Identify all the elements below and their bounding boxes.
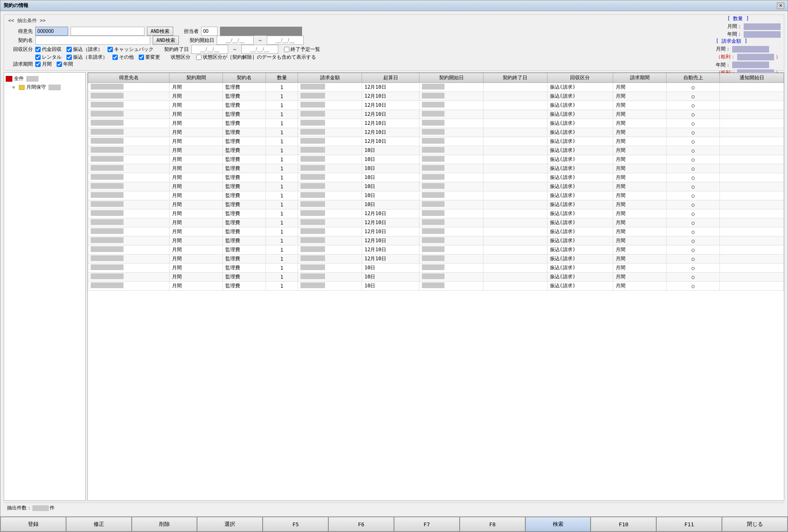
cell-auto: ○ <box>667 227 720 236</box>
cell-startday: 12月10日 <box>362 101 419 110</box>
table-row[interactable]: 月間監理費112月10日振込(請求)月間○ <box>88 83 784 92</box>
status-unit: 件 <box>50 504 55 511</box>
table-row[interactable]: 月間監理費110日振込(請求)月間○ <box>88 146 784 155</box>
table-row[interactable]: 月間監理費112月10日振込(請求)月間○ <box>88 101 784 110</box>
table-row[interactable]: 月間監理費110日振込(請求)月間○ <box>88 191 784 200</box>
cell-collection: 振込(請求) <box>547 273 613 282</box>
btn-select[interactable]: 選択 <box>197 517 263 532</box>
table-row[interactable]: 月間監理費110日振込(請求)月間○ <box>88 264 784 273</box>
keiyaku-input[interactable] <box>35 36 150 45</box>
btn-f11[interactable]: F11 <box>656 517 722 532</box>
cb-shuuryou[interactable]: 終了予定一覧 <box>284 46 320 53</box>
keiyaku-end-from[interactable] <box>191 45 228 54</box>
btn-register[interactable]: 登録 <box>0 517 66 532</box>
cell-contract-end <box>483 236 547 245</box>
tsukikan-row: 月間： <box>727 23 781 30</box>
table-row[interactable]: 月間監理費112月10日振込(請求)月間○ <box>88 119 784 128</box>
table-row[interactable]: 月間監理費112月10日振込(請求)月間○ <box>88 110 784 119</box>
seikyu-period-row: 請求期間 月間 年間 <box>8 61 780 68</box>
cb-joutai[interactable]: 状態区分が［契約解除］のデータも含めて表示する <box>196 54 316 61</box>
tanto-code-input[interactable] <box>201 27 218 36</box>
cell-period: 月間 <box>170 146 223 155</box>
table-row[interactable]: 月間監理費112月10日振込(請求)月間○ <box>88 209 784 218</box>
cell-collection: 振込(請求) <box>547 92 613 101</box>
keiyaku-start-to[interactable] <box>267 36 304 45</box>
cell-contract-name: 監理費 <box>223 218 266 227</box>
table-row[interactable]: 月間監理費110日振込(請求)月間○ <box>88 173 784 182</box>
tokuisaki-and-search-button[interactable]: AND検索 <box>147 27 173 36</box>
table-row[interactable]: 月間監理費110日振込(請求)月間○ <box>88 282 784 291</box>
tokuisaki-name-input[interactable] <box>71 27 144 36</box>
cell-billing: 月間 <box>613 146 667 155</box>
cb-dakin[interactable]: 代金回収 <box>35 46 62 53</box>
cb-cashback[interactable]: キャッシュバック <box>108 46 153 53</box>
cell-startday: 10日 <box>362 200 419 209</box>
btn-edit[interactable]: 修正 <box>66 517 132 532</box>
cell-contract-end <box>483 245 547 255</box>
cb-tsuki[interactable]: 月間 <box>35 61 52 68</box>
table-row[interactable]: 月間監理費112月10日振込(請求)月間○ <box>88 218 784 227</box>
cell-period: 月間 <box>170 110 223 119</box>
btn-f7[interactable]: F7 <box>394 517 460 532</box>
cell-period: 月間 <box>170 209 223 218</box>
btn-f5[interactable]: F5 <box>263 517 328 532</box>
cb-sonota[interactable]: その他 <box>112 54 134 61</box>
table-row[interactable]: 月間監理費110日振込(請求)月間○ <box>88 182 784 191</box>
cb-nen[interactable]: 年間 <box>57 61 73 68</box>
keiyaku-start-from[interactable] <box>217 36 254 45</box>
table-row[interactable]: 月間監理費112月10日振込(請求)月間○ <box>88 128 784 137</box>
cell-period: 月間 <box>170 191 223 200</box>
btn-close[interactable]: 閉じる <box>722 517 788 532</box>
cell-startday: 12月10日 <box>362 245 419 255</box>
cb-furikomi-req[interactable]: 振込（請求） <box>66 46 103 53</box>
table-scroll[interactable]: 得意先名 契約期間 契約名 数量 請求金額 起算日 契約開始日 契約終了日 回収… <box>88 73 784 500</box>
tree-month-item[interactable]: ⊕ 月間保守 <box>6 83 84 92</box>
tokuisaki-input[interactable] <box>35 27 68 36</box>
cell-period: 月間 <box>170 227 223 236</box>
cb-youhenko[interactable]: 要変更 <box>139 54 160 61</box>
table-row[interactable]: 月間監理費110日振込(請求)月間○ <box>88 273 784 282</box>
cell-contract-end <box>483 282 547 291</box>
cell-startday: 10日 <box>362 282 419 291</box>
tree-all-item[interactable]: 全件 <box>6 74 84 83</box>
seikyu-period-label: 請求期間 <box>8 61 33 68</box>
cell-contract-end <box>483 137 547 146</box>
cell-billing: 月間 <box>613 227 667 236</box>
table-row[interactable]: 月間監理費110日振込(請求)月間○ <box>88 200 784 209</box>
table-row[interactable]: 月間監理費112月10日振込(請求)月間○ <box>88 255 784 264</box>
cell-contract-end <box>483 209 547 218</box>
cell-amount <box>298 191 362 200</box>
sousou-label: （粗利： <box>716 53 735 61</box>
table-row[interactable]: 月間監理費110日振込(請求)月間○ <box>88 155 784 164</box>
cell-collection: 振込(請求) <box>547 128 613 137</box>
cell-auto: ○ <box>667 282 720 291</box>
table-row[interactable]: 月間監理費110日振込(請求)月間○ <box>88 164 784 173</box>
btn-f10[interactable]: F10 <box>591 517 656 532</box>
table-row[interactable]: 月間監理費112月10日振込(請求)月間○ <box>88 137 784 146</box>
table-row[interactable]: 月間監理費112月10日振込(請求)月間○ <box>88 92 784 101</box>
cell-auto: ○ <box>667 110 720 119</box>
th-period: 契約期間 <box>170 73 223 83</box>
cell-contract-name: 監理費 <box>223 264 266 273</box>
keiyaku-end-to[interactable] <box>241 45 278 54</box>
btn-f8[interactable]: F8 <box>460 517 525 532</box>
table-row[interactable]: 月間監理費112月10日振込(請求)月間○ <box>88 227 784 236</box>
cb-furikomi-nonreq[interactable]: 振込（非請求） <box>66 54 108 61</box>
cell-notify <box>720 209 784 218</box>
cell-qty: 1 <box>266 110 298 119</box>
table-row[interactable]: 月間監理費112月10日振込(請求)月間○ <box>88 245 784 255</box>
cell-auto: ○ <box>667 273 720 282</box>
table-row[interactable]: 月間監理費112月10日振込(請求)月間○ <box>88 236 784 245</box>
close-button[interactable]: ✕ <box>777 2 784 9</box>
btn-f6[interactable]: F6 <box>328 517 394 532</box>
btn-delete[interactable]: 削除 <box>132 517 197 532</box>
btn-search[interactable]: 検索 <box>525 517 591 532</box>
cell-period: 月間 <box>170 282 223 291</box>
seikyu-tsuki-value <box>732 46 769 53</box>
cell-amount <box>298 173 362 182</box>
cb-rental[interactable]: レンタル <box>35 54 62 61</box>
cell-amount <box>298 110 362 119</box>
keiyaku-and-search-button[interactable]: AND検索 <box>153 36 179 45</box>
cell-notify <box>720 191 784 200</box>
cell-notify <box>720 164 784 173</box>
